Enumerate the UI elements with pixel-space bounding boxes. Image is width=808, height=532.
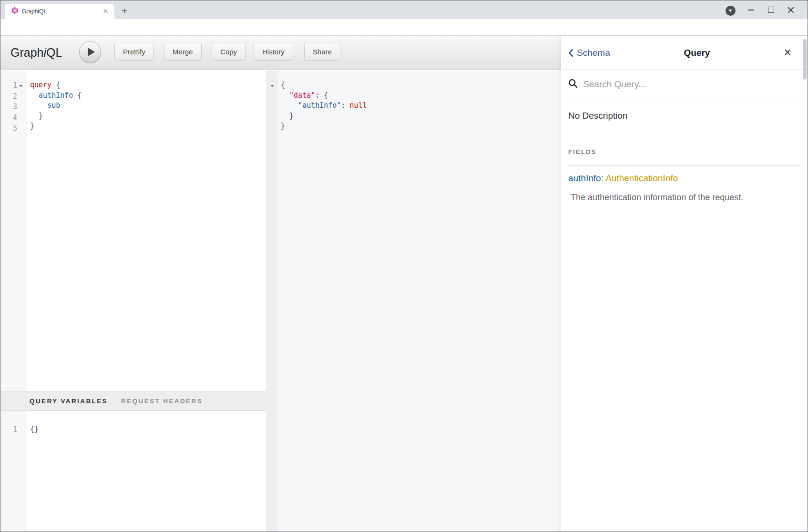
- tab-close-icon[interactable]: [102, 8, 110, 15]
- share-button[interactable]: Share: [304, 43, 340, 61]
- doc-close-icon[interactable]: ×: [784, 46, 791, 59]
- merge-button[interactable]: Merge: [164, 43, 202, 61]
- variables-editor-code[interactable]: {}: [28, 411, 266, 532]
- query-variables-editor[interactable]: 1 {}: [0, 411, 266, 532]
- query-editor-code[interactable]: query { authInfo { sub }}: [28, 71, 266, 391]
- type-name-link[interactable]: AuthenticationInfo: [605, 173, 678, 183]
- field-description: The authentication information of the re…: [568, 193, 801, 203]
- fields-section-label: FIELDS: [568, 148, 801, 155]
- window-minimize-button[interactable]: [743, 3, 758, 16]
- query-editor-gutter: 12345: [0, 71, 27, 391]
- browser-tab[interactable]: GraphiQL: [5, 4, 114, 19]
- window-maximize-button[interactable]: [763, 3, 778, 16]
- graphql-favicon-icon: [11, 7, 18, 16]
- history-button[interactable]: History: [254, 43, 293, 61]
- search-icon: [568, 79, 578, 90]
- tab-title: GraphiQL: [22, 8, 102, 15]
- window-close-button[interactable]: [783, 3, 798, 16]
- doc-panel-title: Query: [610, 48, 784, 58]
- browser-window: GraphiQL + localhost:3000/graphql: [0, 0, 808, 532]
- variables-editor-gutter: 1: [0, 411, 27, 532]
- new-tab-button[interactable]: +: [118, 5, 131, 18]
- field-item: authInfo: AuthenticationInfo: [568, 173, 801, 184]
- tab-query-variables[interactable]: QUERY VARIABLES: [30, 398, 108, 405]
- doc-explorer-panel: Schema Query × No Description FIELDS aut…: [561, 36, 808, 532]
- field-name-link[interactable]: authInfo: [568, 173, 601, 183]
- execute-query-button[interactable]: [79, 41, 101, 63]
- tab-search-button[interactable]: [726, 6, 736, 16]
- doc-back-label: Schema: [577, 48, 610, 58]
- chevron-left-icon: [568, 49, 573, 57]
- result-viewer: { "data": { "authInfo": null }}: [266, 71, 561, 532]
- pane-divider[interactable]: [266, 71, 278, 532]
- fields-divider: [568, 165, 801, 166]
- tab-request-headers[interactable]: REQUEST HEADERS: [121, 398, 203, 405]
- query-editor[interactable]: 12345 query { authInfo { sub }}: [0, 71, 266, 391]
- doc-search-input[interactable]: [583, 79, 740, 90]
- variable-editor-title-bar: QUERY VARIABLES REQUEST HEADERS: [0, 391, 266, 411]
- doc-back-link[interactable]: Schema: [568, 48, 610, 58]
- tab-strip: GraphiQL +: [0, 0, 808, 19]
- doc-explorer-content: No Description FIELDS authInfo: Authenti…: [561, 111, 808, 203]
- docs-scrollbar-thumb[interactable]: [803, 39, 807, 80]
- graphiql-logo: GraphiQL: [10, 36, 62, 70]
- copy-button[interactable]: Copy: [212, 43, 245, 61]
- prettify-button[interactable]: Prettify: [114, 43, 154, 61]
- type-description: No Description: [568, 111, 801, 121]
- result-json: { "data": { "authInfo": null }}: [278, 71, 561, 132]
- graphiql-toolbar: GraphiQL Prettify Merge Copy History Sha…: [0, 36, 561, 70]
- doc-search-row: [568, 70, 808, 99]
- address-bar: localhost:3000/graphql ☆ P: [0, 19, 808, 36]
- doc-explorer-header: Schema Query ×: [561, 36, 808, 70]
- fold-arrow-icon[interactable]: [266, 81, 278, 91]
- field-separator: :: [601, 173, 606, 183]
- fold-arrow-icon[interactable]: [17, 81, 25, 91]
